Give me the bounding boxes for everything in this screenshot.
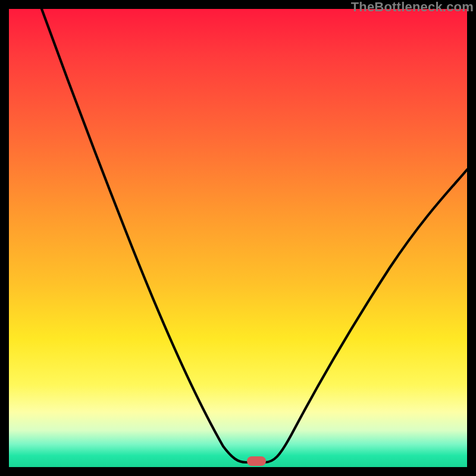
optimal-point-marker: [247, 456, 266, 466]
chart-frame: TheBottleneck.com: [0, 0, 476, 476]
watermark-text: TheBottleneck.com: [351, 0, 474, 15]
plot-area: [9, 9, 467, 467]
bottleneck-curve: [9, 9, 467, 467]
curve-path: [42, 9, 467, 462]
